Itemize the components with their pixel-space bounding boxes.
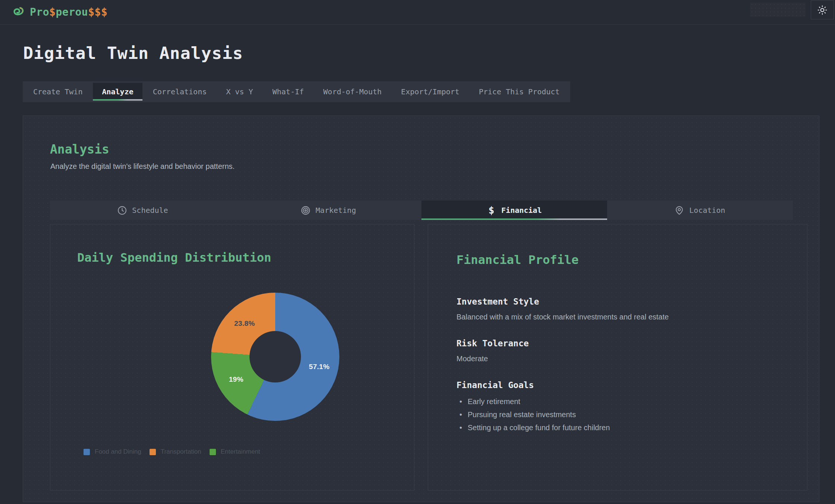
header-placeholder [750,3,806,17]
legend-swatch [210,449,216,455]
profile-value-investment-style: Balanced with a mix of stock market inve… [456,313,779,321]
subtab-schedule[interactable]: Schedule [50,201,236,220]
dollar-icon: $ [487,206,496,215]
subtab-label: Marketing [316,206,356,215]
tab-correlations[interactable]: Correlations [144,83,216,101]
legend-label: Transportation [161,448,201,456]
profile-goal-item: Setting up a college fund for future chi… [456,421,779,434]
tab-export-import[interactable]: Export/Import [392,83,468,101]
subtab-label: Location [689,206,725,215]
subtab-financial[interactable]: $Financial [421,201,607,220]
tab-price-this-product[interactable]: Price This Product [470,83,569,101]
spending-chart-title: Daily Spending Distribution [77,251,271,265]
brand[interactable]: Pro$perou$$$ [11,6,107,19]
tab-what-if[interactable]: What-If [264,83,313,101]
tab-analyze[interactable]: Analyze [93,83,142,101]
legend-swatch [84,449,90,455]
analysis-subtab-bar: ScheduleMarketing$FinancialLocation [50,201,793,220]
tab-word-of-mouth[interactable]: Word-of-Mouth [314,83,391,101]
financial-profile-title: Financial Profile [456,253,779,267]
snake-coil-icon [11,6,25,19]
chart-legend: Food and DiningTransportationEntertainme… [84,448,260,456]
profile-goal-item: Pursuing real estate investments [456,408,779,421]
pie-label-transportation: 23.8% [234,319,255,328]
legend-swatch [150,449,156,455]
theme-toggle-button[interactable] [811,0,834,19]
page-title: Digital Twin Analysis [23,43,243,63]
tab-create-twin[interactable]: Create Twin [24,83,91,101]
profile-goals-list: Early retirementPursuing real estate inv… [456,395,779,434]
brand-name: Pro$perou$$$ [30,6,107,18]
main-tab-bar: Create TwinAnalyzeCorrelationsX vs YWhat… [23,81,570,102]
legend-item-food-and-dining[interactable]: Food and Dining [84,448,141,456]
subtab-location[interactable]: Location [607,201,793,220]
profile-heading-investment-style: Investment Style [456,297,779,306]
profile-goal-item: Early retirement [456,395,779,408]
pie-label-food-and-dining: 57.1% [309,363,329,371]
profile-heading-financial-goals: Financial Goals [456,380,779,390]
target-icon [301,206,310,215]
legend-label: Entertainment [221,448,260,456]
app-root: Pro$perou$$$ Digital Twin Analysis Creat… [0,0,835,504]
profile-heading-risk-tolerance: Risk Tolerance [456,338,779,348]
svg-text:$: $ [489,206,495,215]
financial-profile-sections: Investment StyleBalanced with a mix of s… [456,297,779,434]
analysis-section-subtitle: Analyze the digital twin's lifestyle and… [50,162,235,171]
pie-label-entertainment: 19% [229,375,244,384]
financial-profile-panel: Financial Profile Investment StyleBalanc… [428,224,807,491]
profile-value-risk-tolerance: Moderate [456,355,779,363]
tab-x-vs-y[interactable]: X vs Y [217,83,262,101]
sun-icon [817,5,827,15]
spending-chart-panel: Daily Spending Distribution 57.1%19%23.8… [50,224,414,491]
spending-donut-chart[interactable]: 57.1%19%23.8% [211,293,339,421]
subtab-label: Financial [501,206,542,215]
top-bar: Pro$perou$$$ [0,0,835,25]
analysis-card: Analysis Analyze the digital twin's life… [23,116,819,502]
pin-icon [675,206,684,215]
subtab-marketing[interactable]: Marketing [236,201,421,220]
analysis-section-title: Analysis [50,142,109,157]
legend-item-entertainment[interactable]: Entertainment [210,448,260,456]
subtab-label: Schedule [132,206,168,215]
legend-item-transportation[interactable]: Transportation [150,448,201,456]
legend-label: Food and Dining [95,448,141,456]
clock-icon [117,206,127,215]
